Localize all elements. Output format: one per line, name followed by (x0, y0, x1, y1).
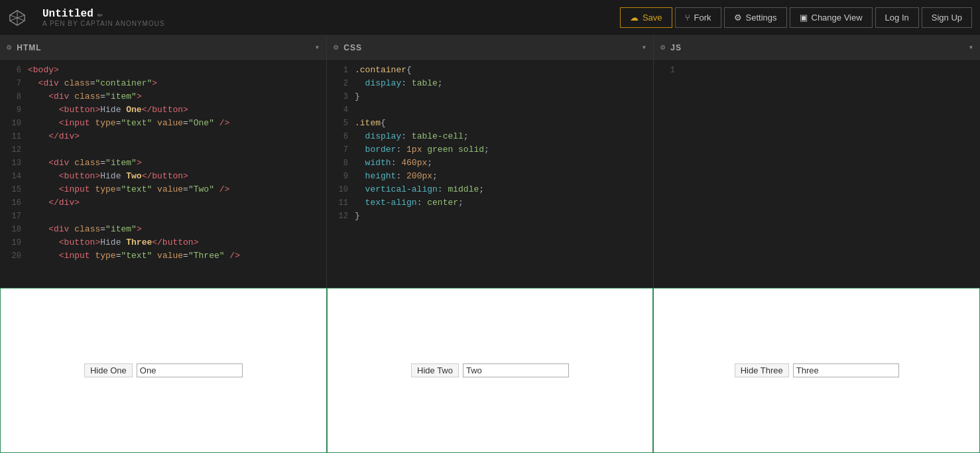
editor-area: ⚙ HTML ▾ 6 <body> 7 <div class="containe… (0, 36, 980, 288)
html-line-16: 16 </div> (0, 196, 326, 210)
header-buttons: ☁ Save ⑂ Fork ⚙ Settings ▣ Change View L… (620, 7, 972, 28)
css-line-8: 8 width: 460px; (327, 157, 653, 170)
css-line-2: 2 display: table; (327, 77, 653, 90)
preview-item-two: Hide Two (327, 288, 654, 453)
html-line-10: 10 <input type="text" value="One" /> (0, 117, 326, 130)
css-panel-toggle[interactable]: ▾ (642, 42, 646, 52)
save-button[interactable]: ☁ Save (620, 7, 672, 28)
one-input[interactable] (137, 363, 243, 377)
header: Untitled ✏ A PEN BY CAPTAIN ANONYMOUS ☁ … (0, 0, 980, 36)
css-panel: ⚙ CSS ▾ 1 .container{ 2 display: table; … (327, 36, 654, 288)
css-line-1: 1 .container{ (327, 64, 653, 77)
pen-author: A PEN BY CAPTAIN ANONYMOUS (42, 20, 620, 27)
js-panel-toggle[interactable]: ▾ (969, 42, 973, 52)
html-panel-header: ⚙ HTML ▾ (0, 36, 326, 60)
pen-title-row: Untitled ✏ (42, 8, 620, 20)
change-view-button[interactable]: ▣ Change View (790, 7, 873, 28)
login-button[interactable]: Log In (875, 7, 919, 28)
hide-three-button[interactable]: Hide Three (735, 363, 789, 377)
html-panel-title: HTML (17, 43, 315, 52)
css-line-4: 4 (327, 103, 653, 117)
fork-button[interactable]: ⑂ Fork (675, 7, 721, 28)
html-line-15: 15 <input type="text" value="Two" /> (0, 183, 326, 196)
html-line-14: 14 <button>Hide Two</button> (0, 170, 326, 183)
css-line-9: 9 height: 200px; (327, 170, 653, 183)
css-line-12: 12 } (327, 210, 653, 223)
html-line-18: 18 <div class="item"> (0, 223, 326, 236)
html-panel-toggle[interactable]: ▾ (315, 42, 320, 52)
html-line-17: 17 (0, 210, 326, 223)
hide-one-button[interactable]: Hide One (84, 363, 133, 377)
preview-area: Hide One Hide Two Hide Three (0, 288, 980, 453)
js-panel-header: ⚙ JS ▾ (654, 36, 980, 60)
three-input[interactable] (793, 363, 899, 377)
html-panel: ⚙ HTML ▾ 6 <body> 7 <div class="containe… (0, 36, 327, 288)
gear-icon: ⚙ (734, 13, 742, 23)
fork-icon: ⑂ (685, 13, 690, 23)
html-line-8: 8 <div class="item"> (0, 90, 326, 103)
css-line-7: 7 border: 1px green solid; (327, 143, 653, 157)
js-line-1: 1 (654, 64, 980, 77)
html-gear-icon: ⚙ (7, 42, 11, 52)
js-panel: ⚙ JS ▾ 1 (654, 36, 980, 288)
html-line-6: 6 <body> (0, 64, 326, 77)
two-input[interactable] (463, 363, 569, 377)
save-icon: ☁ (630, 13, 639, 23)
html-line-7: 7 <div class="container"> (0, 77, 326, 90)
codepen-logo-icon (8, 9, 27, 27)
settings-button[interactable]: ⚙ Settings (724, 7, 787, 28)
signup-button[interactable]: Sign Up (922, 7, 972, 28)
edit-title-icon[interactable]: ✏ (97, 9, 103, 20)
css-gear-icon: ⚙ (334, 42, 338, 52)
layout-icon: ▣ (800, 13, 808, 23)
css-line-5: 5 .item{ (327, 117, 653, 130)
html-line-20: 20 <input type="text" value="Three" /> (0, 249, 326, 263)
html-line-9: 9 <button>Hide One</button> (0, 103, 326, 117)
preview-item-three: Hide Three (653, 288, 980, 453)
css-panel-header: ⚙ CSS ▾ (327, 36, 653, 60)
hide-two-button[interactable]: Hide Two (411, 363, 459, 377)
css-line-6: 6 display: table-cell; (327, 130, 653, 143)
css-line-11: 11 text-align: center; (327, 196, 653, 210)
html-line-11: 11 </div> (0, 130, 326, 143)
logo-area (8, 9, 32, 27)
title-area: Untitled ✏ A PEN BY CAPTAIN ANONYMOUS (42, 8, 620, 27)
css-code-area[interactable]: 1 .container{ 2 display: table; 3 } 4 5 … (327, 60, 653, 288)
css-panel-title: CSS (343, 43, 642, 52)
css-line-3: 3 } (327, 90, 653, 103)
js-gear-icon: ⚙ (660, 42, 665, 52)
js-panel-title: JS (670, 43, 969, 52)
css-line-10: 10 vertical-align: middle; (327, 183, 653, 196)
html-line-19: 19 <button>Hide Three</button> (0, 236, 326, 249)
html-line-12: 12 (0, 143, 326, 157)
html-line-13: 13 <div class="item"> (0, 157, 326, 170)
js-code-area[interactable]: 1 (654, 60, 980, 288)
html-code-area[interactable]: 6 <body> 7 <div class="container"> 8 <di… (0, 60, 326, 288)
preview-item-one: Hide One (0, 288, 327, 453)
pen-title-text[interactable]: Untitled (42, 8, 93, 20)
